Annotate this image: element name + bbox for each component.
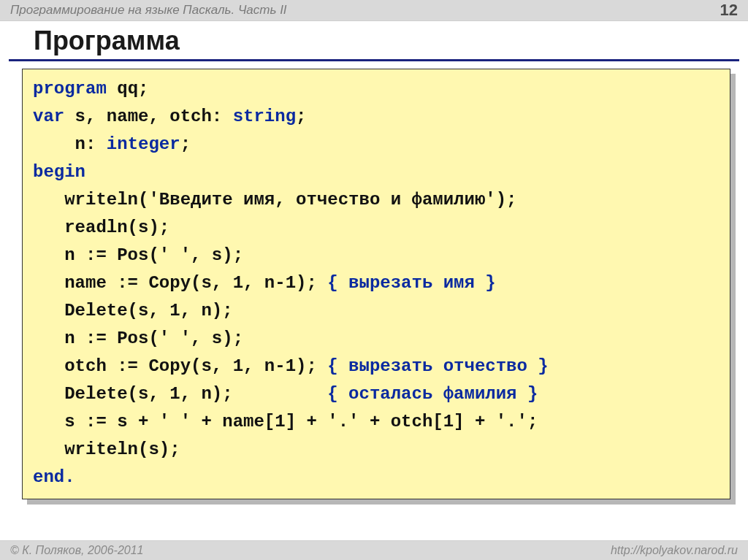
code-kw: integer	[107, 134, 180, 154]
slide: Программирование на языке Паскаль. Часть…	[0, 0, 748, 560]
code-block: program qq; var s, name, otch: string; n…	[22, 69, 730, 499]
page-title: Программа	[9, 21, 739, 61]
code-container: program qq; var s, name, otch: string; n…	[22, 69, 730, 499]
footer-bar: © К. Поляков, 2006-2011 http://kpolyakov…	[0, 540, 748, 560]
code-text: ;	[180, 134, 191, 154]
code-text: qq;	[107, 79, 149, 99]
code-text: otch := Copy(s, 1, n-1);	[33, 356, 327, 376]
code-cm: { осталась фамилия }	[327, 384, 538, 404]
code-text: s, name, otch:	[64, 107, 232, 126]
code-text: writeln('Введите имя, отчество и фамилию…	[33, 190, 517, 210]
code-text: name := Copy(s, 1, n-1);	[33, 273, 327, 293]
code-kw: var	[33, 107, 64, 126]
code-cm: { вырезать имя }	[327, 273, 495, 293]
code-kw: program	[33, 79, 107, 99]
footer-url: http://kpolyakov.narod.ru	[611, 544, 738, 557]
code-text: writeln(s);	[33, 440, 180, 459]
code-text: n := Pos(' ', s);	[33, 329, 243, 348]
page-number: 12	[720, 1, 738, 20]
footer-copyright: © К. Поляков, 2006-2011	[10, 544, 143, 557]
code-kw: begin	[33, 162, 85, 182]
code-text: Delete(s, 1, n);	[33, 301, 233, 321]
code-kw: string	[233, 107, 296, 126]
code-kw: end.	[33, 467, 75, 487]
code-text: n:	[33, 134, 107, 154]
code-cm: { вырезать отчество }	[327, 356, 548, 376]
code-text: readln(s);	[33, 218, 169, 237]
header-bar: Программирование на языке Паскаль. Часть…	[0, 0, 748, 21]
code-text: s := s + ' ' + name[1] + '.' + otch[1] +…	[33, 412, 538, 431]
header-subtitle: Программирование на языке Паскаль. Часть…	[10, 3, 287, 18]
code-text: Delete(s, 1, n);	[33, 384, 327, 404]
code-text: ;	[296, 107, 306, 126]
code-text: n := Pos(' ', s);	[33, 245, 243, 265]
